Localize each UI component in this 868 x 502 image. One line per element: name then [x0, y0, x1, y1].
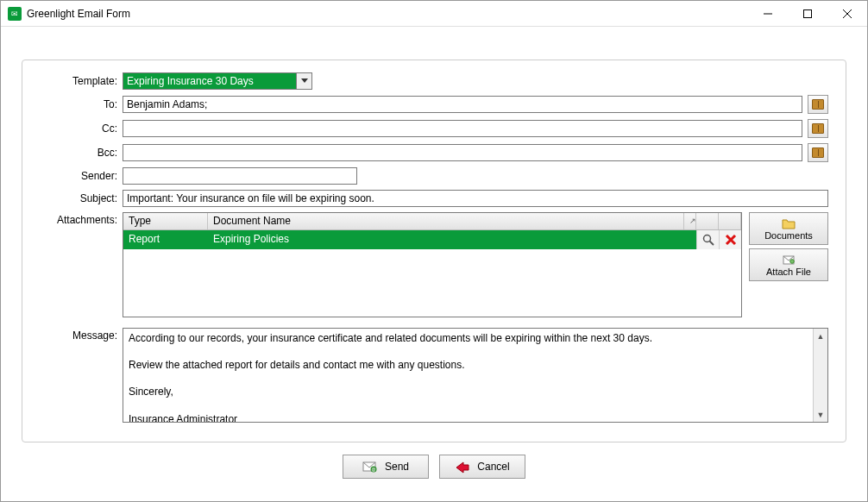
svg-text:@: @ — [371, 467, 375, 472]
attachment-row[interactable]: Report Expiring Policies — [123, 230, 741, 249]
col-preview-header — [696, 213, 719, 229]
scroll-track[interactable] — [814, 343, 827, 407]
col-docname-header[interactable]: Document Name — [208, 213, 684, 229]
titlebar: ✉ Greenlight Email Form — [1, 1, 867, 27]
attachment-buttons: Documents Attach File — [749, 212, 828, 281]
maximize-button[interactable] — [788, 1, 827, 27]
template-select[interactable]: Expiring Insurance 30 Days — [123, 72, 312, 90]
email-form-window: ✉ Greenlight Email Form Template: Expiri… — [0, 0, 868, 502]
minimize-button[interactable] — [748, 1, 788, 27]
addressbook-icon — [812, 123, 824, 134]
col-remove-header — [719, 213, 741, 229]
to-input[interactable] — [123, 96, 802, 113]
attachments-label: Attachments: — [40, 212, 123, 226]
to-addressbook-button[interactable] — [808, 95, 828, 114]
cancel-button[interactable]: Cancel — [439, 455, 525, 479]
documents-button-label: Documents — [764, 230, 813, 241]
svg-point-5 — [703, 235, 710, 242]
documents-button[interactable]: Documents — [749, 212, 828, 245]
message-box: ▲ ▼ — [123, 328, 828, 423]
bcc-input[interactable] — [123, 144, 802, 161]
attach-file-button-label: Attach File — [766, 267, 811, 277]
template-label: Template: — [40, 75, 123, 87]
scroll-up-icon[interactable]: ▲ — [814, 329, 827, 343]
svg-marker-4 — [301, 78, 308, 83]
attachments-grid: Type Document Name ↗ Report Expiring Pol… — [123, 212, 742, 317]
app-icon: ✉ — [8, 7, 22, 21]
cancel-button-label: Cancel — [477, 461, 509, 473]
client-area: Template: Expiring Insurance 30 Days To:… — [1, 27, 867, 501]
send-button[interactable]: @ Send — [343, 455, 429, 479]
chevron-down-icon — [296, 73, 311, 89]
message-label: Message: — [40, 328, 123, 423]
addressbook-icon — [812, 99, 824, 110]
svg-rect-1 — [804, 9, 812, 17]
col-type-header[interactable]: Type — [123, 213, 208, 229]
cc-label: Cc: — [40, 122, 123, 135]
cc-addressbook-button[interactable] — [808, 119, 828, 138]
close-button[interactable] — [827, 1, 867, 27]
bcc-label: Bcc: — [40, 147, 123, 159]
sender-label: Sender: — [40, 170, 123, 182]
message-textarea[interactable] — [123, 329, 813, 422]
sender-input[interactable] — [123, 167, 357, 185]
message-scrollbar[interactable]: ▲ ▼ — [813, 329, 827, 422]
attach-file-icon — [782, 254, 796, 266]
send-icon: @ — [362, 460, 378, 474]
bcc-addressbook-button[interactable] — [808, 143, 828, 162]
cancel-icon — [455, 460, 470, 474]
scroll-down-icon[interactable]: ▼ — [814, 407, 827, 422]
remove-attachment-button[interactable] — [719, 230, 741, 249]
attach-file-button[interactable]: Attach File — [749, 248, 828, 281]
svg-point-10 — [790, 259, 795, 263]
subject-label: Subject: — [40, 192, 123, 204]
action-row: @ Send Cancel — [22, 442, 846, 479]
svg-line-6 — [709, 242, 714, 246]
template-value: Expiring Insurance 30 Days — [123, 73, 296, 89]
addressbook-icon — [812, 147, 824, 158]
subject-input[interactable] — [123, 190, 828, 207]
grid-header: Type Document Name ↗ — [123, 213, 741, 230]
attachment-docname: Expiring Policies — [208, 230, 684, 249]
cc-input[interactable] — [123, 120, 802, 137]
form-panel: Template: Expiring Insurance 30 Days To:… — [22, 60, 846, 442]
sort-indicator[interactable]: ↗ — [684, 213, 696, 229]
window-controls — [748, 1, 867, 27]
to-label: To: — [40, 98, 123, 110]
send-button-label: Send — [385, 461, 409, 473]
preview-attachment-button[interactable] — [696, 230, 719, 249]
attachment-type: Report — [123, 230, 208, 249]
window-title: Greenlight Email Form — [27, 8, 748, 20]
folder-icon — [782, 217, 796, 229]
